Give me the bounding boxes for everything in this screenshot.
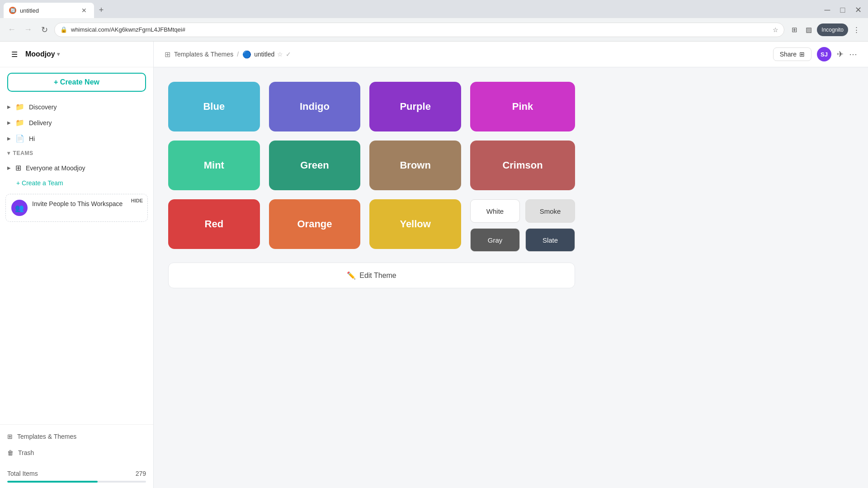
- share-label: Share: [780, 51, 797, 58]
- chevron-right-icon: ▶: [7, 104, 11, 109]
- theme-card-indigo[interactable]: Indigo: [269, 82, 361, 131]
- theme-card-gray[interactable]: Gray: [470, 228, 520, 252]
- teams-chevron-icon: ▾: [7, 150, 10, 156]
- sidebar-item-discovery[interactable]: ▶ 📁 Discovery: [0, 99, 153, 115]
- workspace-name[interactable]: Moodjoy ▾: [25, 50, 146, 58]
- profile-menu[interactable]: Incognito: [817, 23, 848, 36]
- light-themes-group: White Smoke Gray Slate: [470, 199, 575, 252]
- theme-grid-container: Blue Indigo Purple Pink: [154, 67, 868, 488]
- chevron-right-icon: ▶: [7, 120, 11, 125]
- tab-close-button[interactable]: ✕: [80, 6, 89, 15]
- theme-card-brown[interactable]: Brown: [369, 141, 461, 190]
- breadcrumb-separator: /: [237, 51, 239, 58]
- minimize-button[interactable]: ─: [821, 4, 834, 16]
- toolbar-icons: ⊞ ▨ Incognito ⋮: [788, 23, 863, 36]
- share-icon: ⊞: [799, 51, 805, 58]
- share-button[interactable]: Share ⊞: [773, 47, 811, 61]
- folder-icon: 📁: [15, 118, 24, 127]
- templates-themes-link[interactable]: ⊞ Templates & Themes: [0, 428, 153, 445]
- theme-card-smoke[interactable]: Smoke: [525, 199, 575, 223]
- footer-item-label: Trash: [18, 449, 34, 456]
- team-icon: ⊞: [15, 164, 21, 172]
- workspace-chevron-icon: ▾: [57, 51, 60, 57]
- browser-menu-button[interactable]: ⋮: [850, 23, 863, 36]
- theme-card-orange[interactable]: Orange: [269, 199, 361, 249]
- doc-icon: 📄: [15, 134, 24, 143]
- send-button[interactable]: ✈: [837, 49, 844, 59]
- theme-card-crimson[interactable]: Crimson: [470, 141, 575, 190]
- chevron-right-icon: ▶: [7, 165, 11, 170]
- tab-title: untitled: [20, 7, 39, 14]
- breadcrumb: ⊞ Templates & Themes / 🔵 untitled ☆ ✓: [165, 50, 291, 59]
- breadcrumb-parent-link[interactable]: Templates & Themes: [174, 51, 233, 58]
- lock-icon: 🔒: [60, 26, 67, 33]
- trash-icon: 🗑: [7, 449, 14, 456]
- light-themes-row2: Gray Slate: [470, 228, 575, 252]
- extensions-button[interactable]: ⊞: [788, 23, 801, 36]
- theme-card-blue[interactable]: Blue: [168, 82, 260, 131]
- hide-invite-button[interactable]: HIDE: [131, 198, 143, 203]
- breadcrumb-current: 🔵 untitled ☆ ✓: [242, 50, 291, 59]
- create-team-label: + Create a Team: [16, 179, 63, 187]
- nav-item-label: Delivery: [29, 119, 52, 127]
- more-options-button[interactable]: ⋯: [849, 49, 857, 59]
- theme-card-red[interactable]: Red: [168, 199, 260, 249]
- sidebar-footer: ⊞ Templates & Themes 🗑 Trash: [0, 424, 153, 465]
- check-icon: ✓: [286, 51, 291, 58]
- tab-favicon: 🔄: [9, 7, 16, 14]
- theme-card-mint[interactable]: Mint: [168, 141, 260, 190]
- nav-item-label: Everyone at Moodjoy: [26, 164, 85, 172]
- close-window-button[interactable]: ✕: [852, 4, 864, 16]
- invite-avatar: 👥: [11, 200, 28, 216]
- star-icon[interactable]: ☆: [277, 51, 283, 58]
- theme-card-purple[interactable]: Purple: [369, 82, 461, 131]
- tab-bar: 🔄 untitled ✕ + ─ □ ✕: [0, 0, 868, 18]
- theme-card-green[interactable]: Green: [269, 141, 361, 190]
- sidebar-nav: ▶ 📁 Discovery ▶ 📁 Delivery ▶ 📄 Hi ▾ TEAM…: [0, 97, 153, 424]
- total-items-count: 279: [136, 470, 146, 477]
- sidebar-item-hi[interactable]: ▶ 📄 Hi: [0, 131, 153, 146]
- sidebar-panel-button[interactable]: ▨: [802, 23, 815, 36]
- nav-item-label: Hi: [29, 135, 35, 142]
- sidebar-item-delivery[interactable]: ▶ 📁 Delivery: [0, 115, 153, 131]
- forward-button[interactable]: →: [22, 23, 34, 36]
- user-avatar[interactable]: SJ: [817, 47, 831, 61]
- bookmark-icon[interactable]: ☆: [773, 26, 778, 33]
- incognito-label: Incognito: [821, 27, 844, 33]
- address-bar-row: ← → ↻ 🔒 whimsical.com/AKg6kwnzFgrnL4JFBM…: [0, 18, 868, 42]
- address-bar[interactable]: 🔒 whimsical.com/AKg6kwnzFgrnL4JFBMtqei# …: [54, 23, 784, 37]
- maximize-button[interactable]: □: [836, 4, 849, 16]
- create-new-label: + Create New: [54, 78, 99, 86]
- progress-bar: [7, 481, 146, 483]
- page-icon: 🔵: [242, 50, 251, 59]
- back-button[interactable]: ←: [5, 23, 18, 36]
- total-items-section: Total Items 279: [0, 465, 153, 488]
- header-actions: Share ⊞ SJ ✈ ⋯: [773, 47, 857, 61]
- invite-text: Invite People to This Workspace: [32, 200, 123, 209]
- sidebar-item-everyone[interactable]: ▶ ⊞ Everyone at Moodjoy: [0, 160, 153, 176]
- theme-card-pink[interactable]: Pink: [470, 82, 575, 131]
- create-team-button[interactable]: + Create a Team: [0, 176, 153, 190]
- theme-card-yellow[interactable]: Yellow: [369, 199, 461, 249]
- theme-card-white[interactable]: White: [470, 199, 520, 223]
- browser-tab[interactable]: 🔄 untitled ✕: [4, 3, 94, 18]
- sidebar-header: ☰ Moodjoy ▾: [0, 42, 153, 67]
- invite-box: HIDE 👥 Invite People to This Workspace: [5, 194, 148, 222]
- create-new-button[interactable]: + Create New: [7, 73, 146, 92]
- folder-icon: 📁: [15, 103, 24, 111]
- grid-icon: ⊞: [7, 433, 13, 440]
- reload-button[interactable]: ↻: [38, 23, 51, 36]
- trash-link[interactable]: 🗑 Trash: [0, 445, 153, 461]
- theme-grid: Blue Indigo Purple Pink: [168, 82, 575, 252]
- edit-theme-label: Edit Theme: [359, 272, 396, 280]
- teams-section-header: ▾ TEAMS: [0, 146, 153, 160]
- light-themes-row1: White Smoke: [470, 199, 575, 223]
- sidebar-toggle-button[interactable]: ☰: [7, 47, 22, 61]
- theme-card-slate[interactable]: Slate: [525, 228, 575, 252]
- sidebar: ☰ Moodjoy ▾ + Create New ▶ 📁 Discovery ▶…: [0, 42, 154, 488]
- nav-item-label: Discovery: [29, 103, 57, 111]
- new-tab-button[interactable]: +: [95, 4, 108, 16]
- footer-item-label: Templates & Themes: [17, 433, 76, 440]
- edit-theme-button[interactable]: ✏️ Edit Theme: [168, 263, 575, 288]
- breadcrumb-grid-icon: ⊞: [165, 50, 170, 59]
